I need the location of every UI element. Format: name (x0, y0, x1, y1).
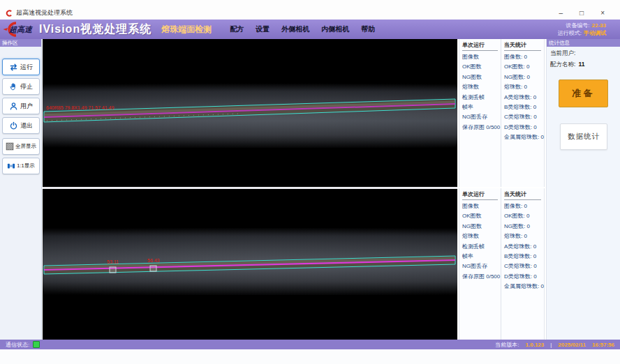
one-to-one-icon (7, 162, 15, 170)
stat-row: A类熔珠数: 0 (501, 93, 544, 103)
stat-row: 熔珠数: 0 (501, 82, 544, 92)
single-run-header: 单次运行 (462, 41, 498, 51)
daily-stats-column: 当天统计 图像数: 0 OK图数: 0 NG图数: 0 熔珠数: 0 A类熔珠数… (501, 188, 544, 340)
stat-row: NG图丢存 (459, 112, 501, 122)
stat-row: OK图数: 0 (501, 62, 544, 72)
inner-camera-view: 53.11 56.43 (43, 189, 457, 340)
sidebar-title: 操作区 (0, 39, 41, 47)
hand-stop-icon (9, 82, 18, 91)
stat-row: NG图数 (459, 73, 501, 82)
comm-status-label: 通信状态: (6, 341, 29, 349)
stat-row: B类熔珠数: 0 (501, 103, 544, 112)
stat-row: 图像数: 0 (501, 52, 544, 62)
single-run-column: 单次运行 图像数 OK图数 NG图数 熔珠数 检测丢帧 帧率 NG图丢存 保存原… (459, 39, 501, 187)
stat-row: C类熔珠数: 0 (501, 261, 544, 271)
run-loop-icon (9, 63, 18, 72)
app-title: IVision视觉处理系统 (39, 22, 152, 37)
menu-item-outer-camera[interactable]: 外侧相机 (281, 24, 309, 34)
defect-marker-box (110, 267, 116, 273)
brand-script: 超高速 (8, 25, 34, 33)
stat-row: 图像数: 0 (501, 202, 544, 211)
stat-row: 图像数 (459, 202, 501, 211)
maximize-icon[interactable]: □ (580, 10, 584, 17)
info-panel: 统计信息 当前用户: 配方名称:11 准备 数据统计 (546, 39, 620, 340)
device-no-label: 设备编号: (566, 22, 589, 29)
stat-row: NG图数: 0 (501, 73, 544, 82)
menu-item-recipe[interactable]: 配方 (230, 24, 244, 34)
device-info: 设备编号:22-33 运行模式:手动调试 (558, 22, 606, 37)
stats-panel-top: 单次运行 图像数 OK图数 NG图数 熔珠数 检测丢帧 帧率 NG图丢存 保存原… (459, 39, 545, 187)
user-button-label: 用户 (20, 102, 33, 111)
stat-row: NG图数 (459, 222, 501, 232)
user-button[interactable]: 用户 (2, 98, 40, 114)
stat-row: OK图数 (459, 211, 501, 221)
operation-sidebar: 操作区 运行 停止 (0, 39, 42, 340)
stop-button[interactable]: 停止 (2, 78, 40, 95)
stat-row: NG图丢存 (459, 261, 501, 271)
info-panel-title: 统计信息 (547, 39, 620, 47)
menu-item-settings[interactable]: 设置 (256, 24, 270, 34)
data-statistics-button[interactable]: 数据统计 (560, 123, 607, 150)
stat-row: 检测丢帧 (459, 93, 501, 103)
outer-camera-view: 640R85 79.8X1.49 71.57 41.49 (43, 39, 457, 187)
run-button[interactable]: 运行 (2, 59, 40, 75)
run-button-label: 运行 (20, 63, 33, 72)
run-mode-value: 手动调试 (584, 30, 606, 36)
single-run-header: 单次运行 (462, 190, 498, 200)
stat-row: 检测丢帧 (459, 242, 501, 252)
date-value: 2025/02/11 (558, 342, 586, 348)
user-icon (9, 102, 18, 111)
top-inspection-overlay: 640R85 79.8X1.49 71.57 41.49 (43, 39, 457, 187)
fullscreen-button[interactable]: 全屏显示 (2, 138, 40, 155)
stat-row: 图像数 (459, 52, 501, 62)
stat-row: 金属屑熔珠数: 0 (501, 282, 544, 291)
stat-row: 帧率 (459, 103, 501, 112)
stat-row: A类熔珠数: 0 (501, 242, 544, 252)
stat-row: OK图数: 0 (501, 211, 544, 221)
dither-square-icon (6, 142, 14, 151)
version-label: 当前版本: (495, 341, 519, 349)
current-user-label: 当前用户: (550, 50, 575, 56)
stat-row: 保存原图 0/500 (459, 123, 501, 132)
close-icon[interactable]: × (600, 10, 605, 17)
separator: | (550, 342, 552, 348)
measure-readout: 640R85 79.8X1.49 71.57 41.49 (46, 105, 114, 110)
one-to-one-button[interactable]: 1:1显示 (2, 158, 40, 174)
defect-measure-label: 53.11 (107, 259, 119, 264)
daily-stats-header: 当天统计 (504, 41, 541, 51)
bottom-inspection-overlay: 53.11 56.43 (43, 189, 457, 340)
menu-item-inner-camera[interactable]: 内侧相机 (321, 24, 349, 34)
daily-stats-header: 当天统计 (504, 190, 541, 200)
time-value: 16:57:56 (592, 342, 614, 348)
daily-stats-column: 当天统计 图像数: 0 OK图数: 0 NG图数: 0 熔珠数: 0 A类熔珠数… (501, 39, 544, 187)
desktop-strip (0, 349, 620, 364)
power-icon (9, 121, 18, 130)
menu-item-help[interactable]: 帮助 (361, 24, 375, 34)
stat-row: 熔珠数 (459, 82, 501, 92)
stop-button-label: 停止 (20, 82, 33, 91)
stat-row: 熔珠数: 0 (501, 232, 544, 241)
window-title: 超高速视觉处理系统 (16, 8, 73, 17)
stats-panel-bottom: 单次运行 图像数 OK图数 NG图数 熔珠数 检测丢帧 帧率 NG图丢存 保存原… (459, 188, 545, 340)
os-titlebar: 超高速视觉处理系统 – □ × (0, 0, 620, 20)
prepare-button[interactable]: 准备 (559, 79, 608, 107)
device-no-value: 22-33 (592, 22, 606, 29)
app-window: 超高速视觉处理系统 – □ × 超高速 IVision视觉处理系统 熔珠端面检测… (0, 0, 620, 364)
main-menu: 配方 设置 外侧相机 内侧相机 帮助 (230, 24, 375, 34)
stat-row: D类熔珠数: 0 (501, 272, 544, 282)
stat-row: B类熔珠数: 0 (501, 252, 544, 261)
app-icon (6, 10, 13, 17)
stat-row: 熔珠数 (459, 232, 501, 241)
fullscreen-button-label: 全屏显示 (15, 143, 36, 150)
recipe-name-label: 配方名称: (550, 61, 575, 68)
app-header: 超高速 IVision视觉处理系统 熔珠端面检测 配方 设置 外侧相机 内侧相机… (0, 20, 620, 39)
minimize-icon[interactable]: – (559, 10, 563, 17)
stat-row: C类熔珠数: 0 (501, 112, 544, 122)
defect-measure-label: 56.43 (147, 258, 160, 263)
comm-status-led (33, 341, 40, 348)
exit-button-label: 退出 (20, 121, 33, 130)
stat-row: 保存原图 0/500 (459, 272, 501, 282)
brand-logo-icon: 超高速 (1, 20, 38, 38)
status-bar: 通信状态: 当前版本: 1.0.123 | 2025/02/11 16:57:5… (0, 340, 620, 349)
exit-button[interactable]: 退出 (2, 117, 40, 134)
